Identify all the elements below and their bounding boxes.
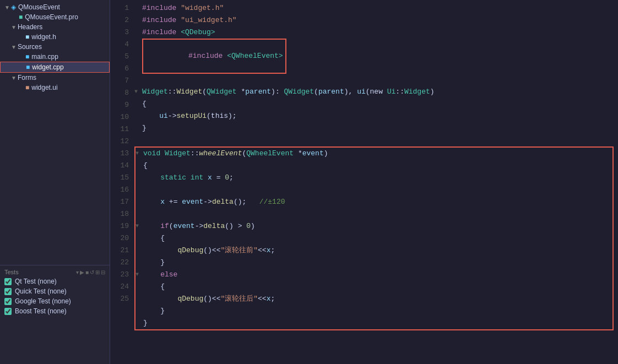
cpp-file-icon-2: ■: [26, 63, 30, 71]
p-11b: (: [242, 148, 246, 160]
no-fold-3: [134, 26, 142, 39]
expand-icon[interactable]: ⊞: [95, 269, 100, 275]
p-11d: ): [324, 148, 328, 160]
kw-static-13: static: [160, 172, 191, 184]
indent-24: [143, 305, 160, 317]
no-fold-5: [134, 74, 142, 86]
widget-ui-label: widget.ui: [31, 84, 57, 91]
no-fold-4: [134, 50, 142, 62]
sidebar-item-widget-cpp[interactable]: ■ widget.cpp: [0, 62, 110, 73]
p-13: =: [212, 172, 225, 184]
p-17b: () >: [225, 220, 246, 232]
param-6b: parent: [318, 86, 344, 98]
code-line-7: {: [134, 98, 614, 110]
code-line-20: }: [135, 257, 612, 269]
no-fold-9: [134, 122, 142, 134]
no-fold-19: [135, 245, 143, 257]
google-test-checkbox[interactable]: [4, 298, 12, 305]
arrow-icon: ▼: [11, 44, 17, 50]
ui-file-icon: ■: [25, 84, 29, 91]
sidebar-item-sources[interactable]: ▼ Sources: [0, 42, 110, 52]
indent-18: [143, 232, 160, 245]
sidebar-item-forms[interactable]: ▼ Forms: [0, 73, 110, 83]
code-line-12: {: [135, 160, 612, 172]
reset-icon[interactable]: ↺: [90, 269, 94, 275]
test-item-boost[interactable]: Boost Test (none): [0, 306, 110, 316]
kw-2: #include: [142, 14, 181, 26]
var-23: x: [267, 293, 271, 305]
code-line-17: ▼ if(event->delta() > 0): [135, 220, 612, 232]
run-icon[interactable]: ▶: [80, 269, 84, 275]
headers-label: Headers: [18, 23, 42, 31]
fn-19: qDebug: [177, 245, 203, 257]
collapse-icon[interactable]: ⊟: [101, 269, 105, 275]
empty-5: [142, 74, 147, 86]
code-line-11: ▼ void Widget::wheelEvent(QWheelEvent *e…: [135, 148, 612, 160]
pro-file-icon: ■: [19, 13, 23, 21]
test-item-qt[interactable]: Qt Test (none): [0, 276, 110, 286]
code-editor[interactable]: #include "widget.h" #include "ui_widget.…: [134, 2, 618, 362]
code-line-10: [134, 134, 614, 146]
empty-16: [143, 208, 148, 220]
fn-8: setupUi: [176, 110, 207, 122]
sidebar-item-project-root[interactable]: ▼ ◈ QMouseEvent: [0, 2, 110, 12]
fold-6[interactable]: ▼: [134, 86, 142, 98]
no-fold-1: [134, 2, 142, 14]
cpp-file-icon: ■: [25, 53, 29, 61]
no-fold-20: [135, 257, 143, 269]
p-6g: (new: [366, 86, 387, 98]
no-fold-10: [134, 134, 142, 146]
p-17a: (: [169, 220, 174, 232]
fn-17: delta: [203, 220, 225, 232]
code-line-3: #include <QDebug>: [134, 26, 614, 39]
p-11a: ::: [191, 148, 199, 160]
sidebar-item-headers[interactable]: ▼ Headers: [0, 22, 110, 32]
fn-23: qDebug: [177, 293, 203, 305]
indent-22: [143, 281, 160, 293]
stop-icon[interactable]: ■: [85, 269, 89, 275]
sidebar-item-main-cpp[interactable]: ■ main.cpp: [0, 52, 110, 62]
boost-test-checkbox[interactable]: [4, 308, 12, 315]
code-line-5: [134, 74, 614, 86]
brace-20: }: [160, 257, 165, 269]
code-line-9: }: [134, 122, 614, 134]
quick-test-checkbox[interactable]: [4, 288, 12, 295]
test-item-google[interactable]: Google Test (none): [0, 296, 110, 306]
sidebar: ▼ ◈ QMouseEvent ■ QMouseEvent.pro ▼ Head…: [0, 0, 110, 364]
fn-15: delta: [212, 196, 234, 208]
p-6f: ),: [344, 86, 357, 98]
file-tree: ▼ ◈ QMouseEvent ■ QMouseEvent.pro ▼ Head…: [0, 0, 110, 265]
boost-test-label: Boost Test (none): [15, 307, 67, 315]
sidebar-item-widget-h[interactable]: ■ widget.h: [0, 32, 110, 42]
cls-6c: QWidget: [284, 86, 314, 98]
filter-icon[interactable]: ▾: [76, 269, 79, 275]
project-icon: ◈: [11, 3, 16, 11]
sidebar-item-widget-ui[interactable]: ■ widget.ui: [0, 83, 110, 93]
p-19a: ()<<: [203, 245, 220, 257]
test-item-quick[interactable]: Quick Test (none): [0, 286, 110, 296]
brace-22: {: [160, 281, 165, 293]
code-line-19: qDebug()<<"滚轮往前"<<x;: [135, 245, 612, 257]
fold-17[interactable]: ▼: [135, 220, 143, 232]
tests-title-label: Tests: [4, 269, 19, 275]
no-fold-18: [135, 232, 143, 245]
no-fold-24: [135, 305, 143, 317]
no-fold-12: [135, 160, 143, 172]
fold-11[interactable]: ▼: [135, 148, 143, 160]
str-4: <QWheelEvent>: [227, 52, 283, 60]
fold-21[interactable]: ▼: [135, 269, 143, 281]
indent-19: [143, 245, 177, 257]
widget-h-label: widget.h: [31, 33, 56, 41]
code-line-4: #include <QWheelEvent>: [134, 39, 614, 74]
no-fold-7: [134, 98, 142, 110]
qt-test-label: Qt Test (none): [15, 278, 57, 285]
sidebar-item-pro[interactable]: ■ QMouseEvent.pro: [0, 12, 110, 22]
p-23b: <<: [258, 293, 267, 305]
ui-8: ui: [159, 110, 168, 122]
cls-11b: QWheelEvent: [246, 148, 294, 160]
pro-file-label: QMouseEvent.pro: [25, 13, 78, 21]
no-fold-8: [134, 110, 142, 122]
code-line-8: ui->setupUi(this);: [134, 110, 614, 122]
qt-test-checkbox[interactable]: [4, 278, 12, 285]
editor-area: 1 2 3 4 5 6 7 8 9 10 11 12 13 14 15 16 1…: [110, 0, 618, 364]
